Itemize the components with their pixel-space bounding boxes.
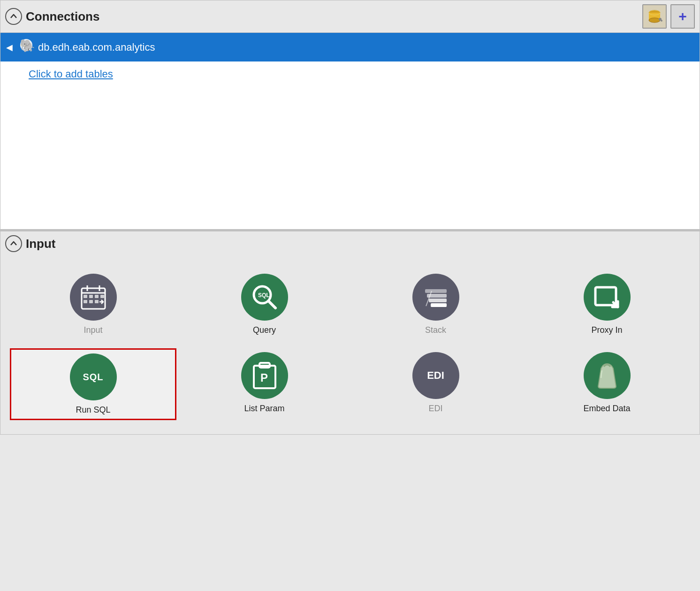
input-item-run-sql-label: Run SQL <box>76 405 110 415</box>
svg-rect-8 <box>82 288 105 309</box>
connections-panel: Connections + ◀ <box>0 0 700 230</box>
expand-triangle-icon: ◀ <box>6 42 13 53</box>
embed-data-icon <box>592 360 623 391</box>
svg-text:SQL: SQL <box>258 292 270 299</box>
input-item-list-param[interactable]: P List Param <box>181 348 348 420</box>
input-item-run-sql[interactable]: SQL Run SQL <box>10 348 176 420</box>
svg-text:P: P <box>260 371 268 384</box>
calendar-icon <box>79 283 108 312</box>
query-sql-icon: SQL <box>249 282 280 313</box>
stack-icon <box>421 283 450 312</box>
run-sql-text-icon: SQL <box>83 372 103 383</box>
svg-point-2 <box>649 18 660 23</box>
svg-rect-13 <box>89 295 93 298</box>
click-to-add-tables-link[interactable]: Click to add tables <box>0 61 700 80</box>
svg-rect-16 <box>84 300 87 303</box>
connections-body: ◀ 🐘 db.edh.eab.com.analytics Click to ad… <box>0 33 700 230</box>
input-item-query-label: Query <box>253 325 276 335</box>
input-collapse-button[interactable] <box>5 235 22 252</box>
edi-icon-circle: EDI <box>412 352 459 399</box>
svg-rect-18 <box>95 300 99 303</box>
input-icon-circle <box>70 274 117 321</box>
proxy-in-icon <box>592 282 623 313</box>
list-param-icon: P <box>249 360 280 391</box>
input-item-embed-data-label: Embed Data <box>583 404 630 414</box>
connections-collapse-button[interactable] <box>5 8 22 25</box>
input-item-input[interactable]: Input <box>10 270 176 339</box>
input-title: Input <box>26 237 695 251</box>
postgresql-icon: 🐘 <box>18 38 34 57</box>
svg-text:🐘: 🐘 <box>20 38 34 53</box>
input-item-proxy-in-label: Proxy In <box>591 325 622 335</box>
input-icon-grid: Input SQL Query <box>10 270 690 420</box>
svg-rect-25 <box>431 303 447 307</box>
svg-rect-24 <box>429 299 447 302</box>
stack-icon-circle <box>412 274 459 321</box>
plus-icon: + <box>678 9 687 23</box>
input-item-stack-label: Stack <box>425 325 446 335</box>
query-icon-circle: SQL <box>241 274 288 321</box>
input-item-list-param-label: List Param <box>244 404 284 414</box>
svg-rect-22 <box>425 289 447 293</box>
svg-rect-15 <box>100 295 104 298</box>
db-entry[interactable]: ◀ 🐘 db.edh.eab.com.analytics <box>0 33 700 61</box>
input-body: Input SQL Query <box>0 256 700 434</box>
svg-line-21 <box>269 301 275 308</box>
input-panel: Input <box>0 230 700 435</box>
input-header: Input <box>0 230 700 256</box>
run-sql-icon-circle: SQL <box>70 353 117 400</box>
svg-rect-12 <box>84 295 87 298</box>
svg-rect-14 <box>95 295 99 298</box>
connections-title: Connections <box>26 9 639 24</box>
connections-header: Connections + <box>0 0 700 33</box>
svg-rect-17 <box>89 300 93 303</box>
input-item-edi[interactable]: EDI EDI <box>352 348 519 420</box>
svg-point-5 <box>661 20 662 22</box>
input-item-proxy-in[interactable]: Proxy In <box>524 270 690 339</box>
input-item-query[interactable]: SQL Query <box>181 270 348 339</box>
edi-text-icon: EDI <box>427 369 444 382</box>
add-db-connection-button[interactable] <box>642 4 667 29</box>
input-item-stack[interactable]: Stack <box>352 270 519 339</box>
input-item-embed-data[interactable]: Embed Data <box>524 348 690 420</box>
input-item-input-label: Input <box>84 325 102 335</box>
input-item-edi-label: EDI <box>428 404 442 414</box>
db-connection-name: db.edh.eab.com.analytics <box>38 41 155 54</box>
embed-data-icon-circle <box>584 352 631 399</box>
list-param-icon-circle: P <box>241 352 288 399</box>
proxy-in-icon-circle <box>584 274 631 321</box>
add-connection-button[interactable]: + <box>670 4 695 29</box>
